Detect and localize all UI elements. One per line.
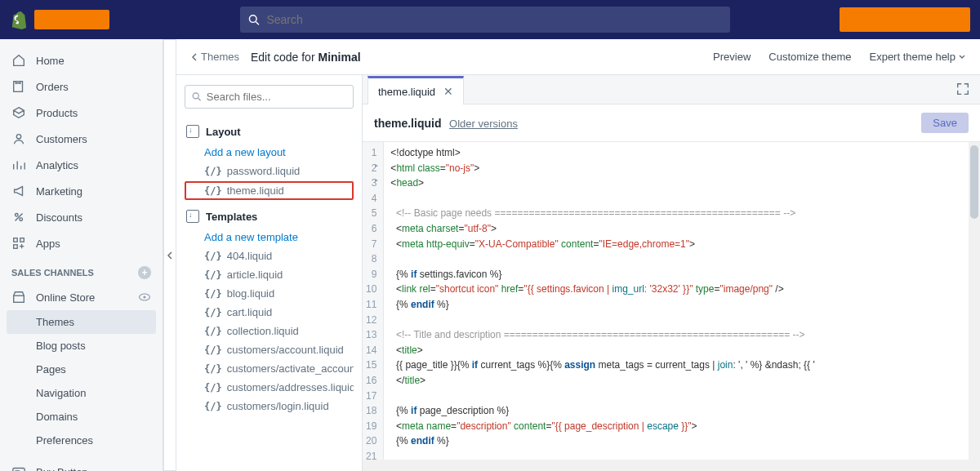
topbar bbox=[0, 0, 980, 39]
liquid-file-icon: {/} bbox=[204, 166, 222, 177]
file-customers-activate_account-li[interactable]: {/} customers/activate_account.li bbox=[185, 359, 354, 378]
svg-point-12 bbox=[143, 295, 145, 298]
svg-rect-8 bbox=[20, 238, 24, 242]
discounts-icon bbox=[11, 210, 26, 224]
expand-icon[interactable] bbox=[956, 82, 970, 96]
file-customers-account-liquid[interactable]: {/} customers/account.liquid bbox=[185, 340, 354, 359]
nav-discounts[interactable]: Discounts bbox=[0, 204, 163, 230]
folder-icon bbox=[186, 210, 199, 223]
view-store-icon[interactable] bbox=[138, 291, 151, 304]
older-versions-link[interactable]: Older versions bbox=[449, 118, 518, 130]
liquid-file-icon: {/} bbox=[204, 401, 222, 412]
editor-area: Themes Edit code for Minimal Preview Cus… bbox=[176, 39, 980, 471]
nav-blog-posts[interactable]: Blog posts bbox=[0, 334, 163, 358]
nav-orders[interactable]: Orders bbox=[0, 73, 163, 100]
account-redacted[interactable] bbox=[840, 7, 970, 32]
search-icon bbox=[192, 91, 202, 102]
file-password-liquid[interactable]: {/} password.liquid bbox=[185, 162, 354, 180]
file-blog-liquid[interactable]: {/} blog.liquid bbox=[185, 284, 354, 303]
shopify-logo-icon bbox=[10, 10, 28, 29]
add-layout-link[interactable]: Add a new layout bbox=[185, 143, 354, 162]
search-icon bbox=[248, 14, 260, 26]
chevron-down-icon bbox=[959, 55, 965, 60]
file-404-liquid[interactable]: {/} 404.liquid bbox=[185, 247, 354, 265]
buy-button-icon bbox=[11, 464, 26, 471]
nav-marketing[interactable]: Marketing bbox=[0, 178, 163, 204]
nav-domains[interactable]: Domains bbox=[0, 405, 163, 429]
nav-products[interactable]: Products bbox=[0, 100, 163, 126]
marketing-icon bbox=[11, 184, 26, 198]
svg-point-4 bbox=[16, 214, 19, 217]
file-title-bar: theme.liquid Older versions Save bbox=[363, 104, 980, 142]
svg-point-16 bbox=[193, 93, 198, 99]
liquid-file-icon: {/} bbox=[204, 288, 222, 300]
collapse-sidebar-button[interactable] bbox=[163, 39, 176, 471]
nav-buy-button[interactable]: Buy Button bbox=[0, 459, 163, 471]
nav-pages[interactable]: Pages bbox=[0, 358, 163, 381]
folder-layout[interactable]: Layout bbox=[185, 120, 354, 143]
editor-header: Themes Edit code for Minimal Preview Cus… bbox=[176, 39, 980, 75]
nav-themes[interactable]: Themes bbox=[7, 310, 156, 334]
nav-online-store[interactable]: Online Store bbox=[0, 284, 106, 310]
liquid-file-icon: {/} bbox=[204, 251, 222, 262]
svg-line-6 bbox=[16, 214, 23, 221]
file-customers-login-liquid[interactable]: {/} customers/login.liquid bbox=[185, 397, 354, 415]
liquid-file-icon: {/} bbox=[204, 185, 222, 197]
nav-analytics[interactable]: Analytics bbox=[0, 152, 163, 178]
folder-icon bbox=[186, 125, 199, 138]
code-editor[interactable]: 1234567891011121314151617181920212223242… bbox=[363, 142, 980, 471]
expert-help-button[interactable]: Expert theme help bbox=[869, 51, 965, 63]
file-theme-liquid[interactable]: {/} theme.liquid bbox=[185, 181, 354, 200]
chevron-left-icon bbox=[191, 53, 198, 61]
svg-point-3 bbox=[16, 135, 20, 139]
nav-preferences[interactable]: Preferences bbox=[0, 429, 163, 452]
nav-apps[interactable]: Apps bbox=[0, 230, 163, 256]
back-to-themes[interactable]: Themes bbox=[191, 51, 239, 63]
tab-bar: theme.liquid ✕ bbox=[363, 75, 980, 104]
search-input[interactable] bbox=[266, 13, 722, 26]
orders-icon bbox=[11, 79, 26, 94]
tab-theme-liquid[interactable]: theme.liquid ✕ bbox=[368, 76, 464, 104]
global-search[interactable] bbox=[240, 7, 730, 33]
file-article-liquid[interactable]: {/} article.liquid bbox=[185, 265, 354, 284]
home-icon bbox=[11, 53, 26, 68]
file-cart-liquid[interactable]: {/} cart.liquid bbox=[185, 303, 354, 322]
svg-rect-9 bbox=[14, 245, 18, 249]
liquid-file-icon: {/} bbox=[204, 344, 222, 356]
edit-title: Edit code for Minimal bbox=[251, 51, 361, 64]
add-channel-icon[interactable]: + bbox=[138, 266, 151, 279]
code-content[interactable]: <!doctype html><html class="no-js"><head… bbox=[384, 142, 814, 471]
svg-point-0 bbox=[249, 15, 256, 22]
topbar-right bbox=[840, 7, 970, 32]
vertical-scrollbar[interactable] bbox=[969, 142, 980, 471]
nav-home[interactable]: Home bbox=[0, 47, 163, 73]
products-icon bbox=[11, 105, 26, 120]
folder-templates[interactable]: Templates bbox=[185, 205, 354, 228]
nav-navigation[interactable]: Navigation bbox=[0, 381, 163, 405]
svg-rect-10 bbox=[14, 295, 24, 302]
preview-button[interactable]: Preview bbox=[713, 51, 751, 63]
horizontal-scrollbar[interactable] bbox=[363, 460, 969, 471]
liquid-file-icon: {/} bbox=[204, 326, 222, 337]
liquid-file-icon: {/} bbox=[204, 307, 222, 318]
analytics-icon bbox=[11, 158, 26, 172]
left-nav: HomeOrdersProductsCustomersAnalyticsMark… bbox=[0, 39, 163, 471]
customers-icon bbox=[11, 131, 26, 146]
file-collection-liquid[interactable]: {/} collection.liquid bbox=[185, 322, 354, 340]
apps-icon bbox=[11, 236, 26, 251]
store-icon bbox=[11, 290, 26, 304]
current-file-name: theme.liquid bbox=[374, 117, 441, 130]
svg-line-17 bbox=[198, 98, 201, 100]
customize-theme-button[interactable]: Customize theme bbox=[768, 51, 851, 63]
add-template-link[interactable]: Add a new template bbox=[185, 228, 354, 247]
svg-line-1 bbox=[256, 21, 259, 24]
close-tab-icon[interactable]: ✕ bbox=[443, 85, 453, 98]
file-search-input[interactable] bbox=[207, 91, 346, 103]
save-button[interactable]: Save bbox=[921, 113, 969, 133]
code-panel: theme.liquid ✕ theme.liquid Older versio… bbox=[363, 75, 980, 471]
svg-rect-7 bbox=[14, 238, 18, 242]
logo-area bbox=[10, 10, 109, 29]
file-search[interactable] bbox=[185, 85, 354, 109]
nav-customers[interactable]: Customers bbox=[0, 126, 163, 152]
file-customers-addresses-liquid[interactable]: {/} customers/addresses.liquid bbox=[185, 378, 354, 397]
